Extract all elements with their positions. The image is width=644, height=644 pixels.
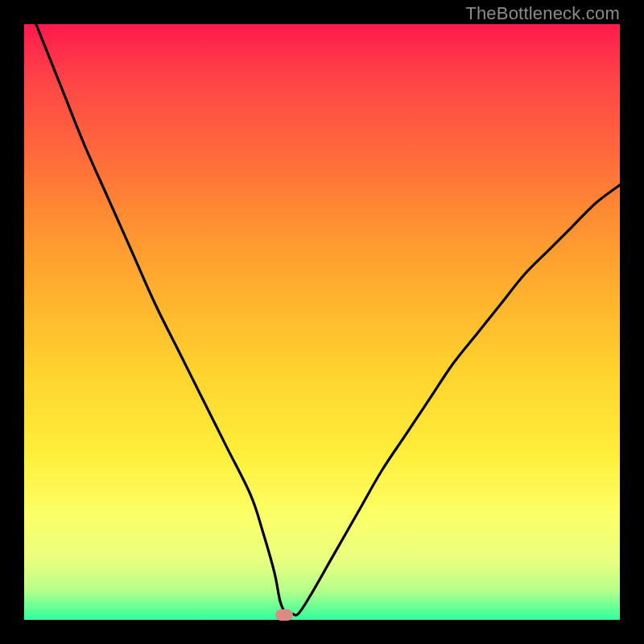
chart-frame: TheBottleneck.com <box>0 0 644 644</box>
watermark-text: TheBottleneck.com <box>465 3 620 24</box>
plot-area <box>24 24 620 620</box>
curve-path <box>36 24 620 615</box>
optimal-point-marker <box>275 609 293 621</box>
bottleneck-curve <box>24 24 620 620</box>
